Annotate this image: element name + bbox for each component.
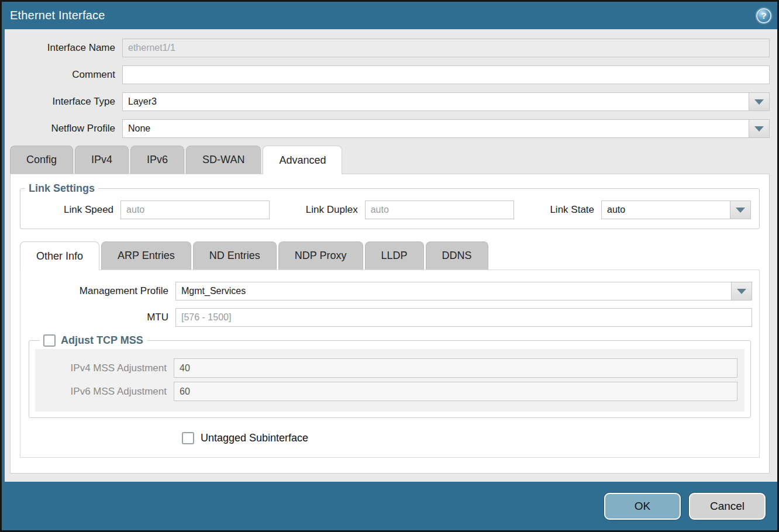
management-profile-label: Management Profile (27, 285, 175, 297)
subtab-ddns[interactable]: DDNS (426, 241, 488, 270)
netflow-profile-dropdown-button[interactable] (749, 119, 770, 138)
link-state-field[interactable] (601, 201, 730, 219)
mss-disabled-box: IPv4 MSS Adjustment IPv6 MSS Adjustment (35, 349, 744, 412)
link-speed-label: Link Speed (64, 204, 120, 216)
netflow-profile-row: Netflow Profile (10, 119, 770, 138)
sub-tabs: Other Info ARP Entries ND Entries NDP Pr… (20, 241, 760, 270)
titlebar: Ethernet Interface ? (2, 2, 777, 29)
link-state-dropdown[interactable] (601, 201, 751, 219)
tab-advanced[interactable]: Advanced (263, 146, 342, 174)
netflow-profile-label: Netflow Profile (10, 123, 122, 134)
link-duplex-label: Link Duplex (306, 204, 365, 216)
subtab-nd-entries[interactable]: ND Entries (193, 241, 277, 270)
adjust-tcp-mss-checkbox[interactable] (43, 334, 56, 347)
interface-type-row: Interface Type (10, 92, 770, 111)
untagged-subinterface-row: Untagged Subinterface (182, 432, 752, 444)
management-profile-field[interactable] (175, 282, 731, 300)
interface-name-row: Interface Name (10, 39, 770, 57)
link-settings-row: Link Speed Link Duplex Link State (20, 197, 759, 219)
interface-type-dropdown[interactable] (122, 92, 770, 111)
link-settings-legend: Link Settings (25, 182, 98, 195)
netflow-profile-dropdown[interactable] (122, 119, 770, 138)
untagged-subinterface-label: Untagged Subinterface (201, 432, 308, 444)
tab-ipv6[interactable]: IPv6 (130, 146, 184, 174)
dialog-body: Interface Name Comment Interface Type Ne… (2, 29, 777, 482)
cancel-button[interactable]: Cancel (689, 493, 766, 520)
management-profile-row: Management Profile (27, 282, 752, 300)
ipv4-mss-row: IPv4 MSS Adjustment (42, 358, 737, 378)
chevron-down-icon (737, 289, 746, 294)
comment-label: Comment (10, 69, 122, 81)
link-settings-fieldset: Link Settings Link Speed Link Duplex Lin… (20, 182, 760, 229)
interface-type-label: Interface Type (10, 96, 122, 108)
dialog-title: Ethernet Interface (10, 9, 105, 22)
link-speed-field[interactable] (120, 201, 270, 219)
tab-ipv4[interactable]: IPv4 (75, 146, 129, 174)
ipv4-mss-label: IPv4 MSS Adjustment (42, 362, 174, 374)
adjust-tcp-mss-legend: Adjust TCP MSS (40, 334, 147, 347)
link-duplex-field[interactable] (365, 201, 514, 219)
other-info-panel: Management Profile MTU Adjust TCP MSS (20, 270, 760, 458)
interface-name-label: Interface Name (10, 42, 122, 54)
footer: OK Cancel (2, 482, 777, 530)
ipv6-mss-label: IPv6 MSS Adjustment (42, 386, 174, 398)
ipv4-mss-field (174, 358, 737, 378)
adjust-tcp-mss-label: Adjust TCP MSS (61, 334, 143, 347)
netflow-profile-field[interactable] (122, 119, 749, 138)
mtu-row: MTU (27, 308, 752, 327)
tab-sdwan[interactable]: SD-WAN (186, 146, 261, 174)
comment-row: Comment (10, 65, 770, 84)
ok-button[interactable]: OK (604, 493, 681, 520)
interface-type-dropdown-button[interactable] (749, 92, 770, 111)
untagged-subinterface-checkbox[interactable] (182, 432, 194, 444)
subtab-ndp-proxy[interactable]: NDP Proxy (278, 241, 363, 270)
chevron-down-icon (736, 208, 745, 213)
mtu-label: MTU (27, 312, 175, 323)
subtab-other-info[interactable]: Other Info (20, 241, 99, 270)
mtu-field[interactable] (175, 308, 752, 327)
management-profile-dropdown[interactable] (175, 282, 752, 300)
adjust-tcp-mss-fieldset: Adjust TCP MSS IPv4 MSS Adjustment IPv6 … (29, 334, 751, 418)
link-state-label: Link State (550, 204, 601, 216)
main-tabs: Config IPv4 IPv6 SD-WAN Advanced (10, 146, 770, 174)
help-icon[interactable]: ? (756, 8, 771, 23)
subtab-arp-entries[interactable]: ARP Entries (101, 241, 191, 270)
ipv6-mss-row: IPv6 MSS Adjustment (42, 382, 737, 401)
interface-type-field[interactable] (122, 92, 749, 111)
link-state-dropdown-button[interactable] (730, 201, 751, 219)
chevron-down-icon (754, 126, 764, 132)
subtab-lldp[interactable]: LLDP (365, 241, 424, 270)
ethernet-interface-dialog: Ethernet Interface ? Interface Name Comm… (0, 0, 779, 532)
management-profile-dropdown-button[interactable] (731, 282, 752, 300)
ipv6-mss-field (174, 382, 737, 401)
interface-name-field (122, 39, 770, 57)
advanced-tab-panel: Link Settings Link Speed Link Duplex Lin… (10, 174, 770, 474)
comment-field[interactable] (122, 65, 770, 84)
tab-config[interactable]: Config (10, 146, 73, 174)
chevron-down-icon (754, 99, 764, 105)
